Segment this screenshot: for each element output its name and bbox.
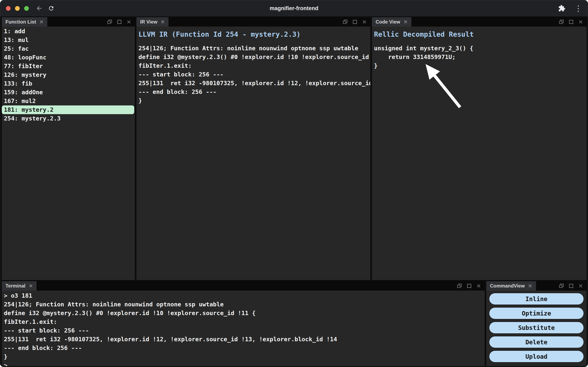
tab-close-icon[interactable]: ✕ [161, 19, 165, 25]
command-view-body: InlineOptimizeSubstituteDeleteUpload [486, 291, 587, 366]
function-list-item[interactable]: 167: mul2 [2, 97, 135, 105]
tab-code-view[interactable]: Code View ✕ [372, 17, 411, 26]
dock-controls: ✕ [559, 17, 587, 26]
tab-label: Code View [376, 19, 400, 25]
decompiled-code-line: } [374, 61, 587, 70]
terminal-line: > o3 181 [4, 291, 485, 300]
function-list-item[interactable]: 25: fac [2, 44, 135, 53]
code-view-body: Rellic Decompiled Result unsigned int my… [372, 26, 587, 280]
tab-label: Terminal [6, 283, 25, 289]
ir-code-line: --- start block: 256 --- [138, 70, 370, 79]
terminal-panel: Terminal ✕ ✕ > o3 181254|126; Function A… [2, 281, 485, 366]
close-panel-icon[interactable]: ✕ [578, 19, 583, 25]
workspace: Function List ✕ ✕ 1: add13: mul25: fac48… [0, 17, 588, 367]
menu-icon[interactable]: ⋮ [574, 4, 582, 12]
command-button[interactable]: Upload [489, 350, 584, 362]
float-panel-icon[interactable] [343, 19, 348, 25]
terminal-line: --- end block: 256 --- [4, 344, 485, 352]
command-view-panel: CommandView ✕ ✕ InlineOptimizeSubstitute… [486, 281, 587, 366]
tab-close-icon[interactable]: ✕ [39, 19, 44, 25]
float-panel-icon[interactable] [559, 19, 564, 25]
ir-view-panel: IR View ✕ ✕ LLVM IR (Function Id 254 - m… [137, 17, 370, 280]
ir-code-line: fibIter.1.exit: [138, 61, 370, 70]
close-window-button[interactable] [6, 6, 10, 11]
window-title: magnifier-frontend [0, 5, 588, 12]
function-list-item[interactable]: 133: fib [2, 79, 135, 88]
maximize-panel-icon[interactable] [569, 283, 574, 289]
tab-close-icon[interactable]: ✕ [528, 284, 532, 289]
command-view-panel-header: CommandView ✕ ✕ [486, 281, 587, 291]
terminal-panel-header: Terminal ✕ ✕ [2, 281, 485, 291]
refresh-icon[interactable] [48, 5, 54, 12]
decompiled-code-line: return 3314859971U; [374, 53, 587, 61]
function-list-body: 1: add13: mul25: fac48: loopFunc77: fibI… [2, 26, 135, 280]
terminal-line: 254|126; Function Attrs: noinline nounwi… [4, 300, 485, 309]
tab-function-list[interactable]: Function List ✕ [2, 17, 47, 26]
code-view-title: Rellic Decompiled Result [374, 30, 585, 38]
function-list-item[interactable]: 181: mystery.2 [2, 105, 134, 114]
close-panel-icon[interactable]: ✕ [476, 283, 481, 289]
tab-close-icon[interactable]: ✕ [29, 284, 33, 289]
maximize-panel-icon[interactable] [117, 19, 122, 25]
tab-terminal[interactable]: Terminal ✕ [2, 281, 36, 291]
close-panel-icon[interactable]: ✕ [578, 283, 583, 289]
function-list-item[interactable]: 77: fibIter [2, 62, 135, 71]
traffic-lights [6, 6, 29, 11]
command-buttons: InlineOptimizeSubstituteDeleteUpload [486, 291, 587, 365]
maximize-panel-icon[interactable] [569, 19, 574, 25]
back-icon[interactable] [36, 5, 43, 12]
terminal-body[interactable]: > o3 181254|126; Function Attrs: noinlin… [2, 291, 485, 366]
extensions-icon[interactable] [558, 5, 565, 12]
float-panel-icon[interactable] [457, 283, 462, 289]
ir-code-line: define i32 @mystery.2.3() #0 !explorer.i… [138, 53, 370, 61]
function-list-item[interactable]: 159: addOne [2, 88, 135, 97]
code-view-panel: Code View ✕ ✕ Rellic Decompiled Result [372, 17, 587, 280]
function-list-item[interactable]: 1: add [2, 27, 135, 36]
command-button[interactable]: Delete [489, 336, 584, 348]
tab-label: IR View [140, 19, 157, 25]
function-list-item[interactable]: 13: mul [2, 36, 135, 44]
tab-command-view[interactable]: CommandView ✕ [486, 281, 536, 291]
decompiled-code: unsigned int mystery_2_3() { return 3314… [372, 44, 587, 70]
dock-controls: ✕ [457, 281, 485, 291]
window-titlebar: magnifier-frontend ⋮ [0, 0, 588, 17]
terminal-line: 255|131 ret i32 -980107325, !explorer.id… [4, 335, 485, 344]
function-list-item[interactable]: 254: mystery.2.3 [2, 114, 135, 123]
ir-view-body: LLVM IR (Function Id 254 - mystery.2.3) … [137, 26, 370, 280]
terminal-line: --- start block: 256 --- [4, 326, 485, 335]
annotation-arrow [372, 26, 477, 122]
tab-label: Function List [6, 19, 36, 25]
app-window: magnifier-frontend ⋮ Function List ✕ [0, 0, 588, 367]
terminal-output: > o3 181254|126; Function Attrs: noinlin… [2, 291, 485, 366]
terminal-line: > [4, 361, 485, 366]
tab-close-icon[interactable]: ✕ [403, 19, 408, 25]
dock-controls: ✕ [343, 17, 370, 26]
float-panel-icon[interactable] [107, 19, 112, 25]
decompiled-code-line: unsigned int mystery_2_3() { [374, 44, 587, 53]
code-view-panel-header: Code View ✕ ✕ [372, 17, 587, 26]
command-button[interactable]: Substitute [489, 322, 584, 334]
close-panel-icon[interactable]: ✕ [127, 19, 131, 25]
terminal-line: fibIter.1.exit: [4, 317, 485, 326]
maximize-panel-icon[interactable] [467, 283, 472, 289]
ir-view-code: 254|126; Function Attrs: noinline nounwi… [137, 44, 370, 105]
ir-view-panel-header: IR View ✕ ✕ [137, 17, 370, 26]
ir-code-line: 254|126; Function Attrs: noinline nounwi… [138, 44, 370, 53]
command-button[interactable]: Inline [489, 293, 584, 305]
ir-code-line: } [138, 96, 370, 105]
terminal-line: define i32 @mystery.2.3() #0 !explorer.i… [4, 309, 485, 317]
close-panel-icon[interactable]: ✕ [362, 19, 367, 25]
dock-controls: ✕ [559, 281, 587, 291]
tab-ir-view[interactable]: IR View ✕ [137, 17, 169, 26]
terminal-line: } [4, 352, 485, 361]
zoom-window-button[interactable] [24, 6, 29, 11]
command-button[interactable]: Optimize [489, 307, 584, 319]
maximize-panel-icon[interactable] [352, 19, 358, 25]
tab-label: CommandView [490, 283, 525, 289]
ir-view-title: LLVM IR (Function Id 254 - mystery.2.3) [138, 30, 368, 38]
function-list: 1: add13: mul25: fac48: loopFunc77: fibI… [2, 26, 135, 123]
function-list-item[interactable]: 48: loopFunc [2, 53, 135, 62]
function-list-item[interactable]: 126: mystery [2, 71, 135, 79]
float-panel-icon[interactable] [559, 283, 564, 289]
minimize-window-button[interactable] [15, 6, 20, 11]
